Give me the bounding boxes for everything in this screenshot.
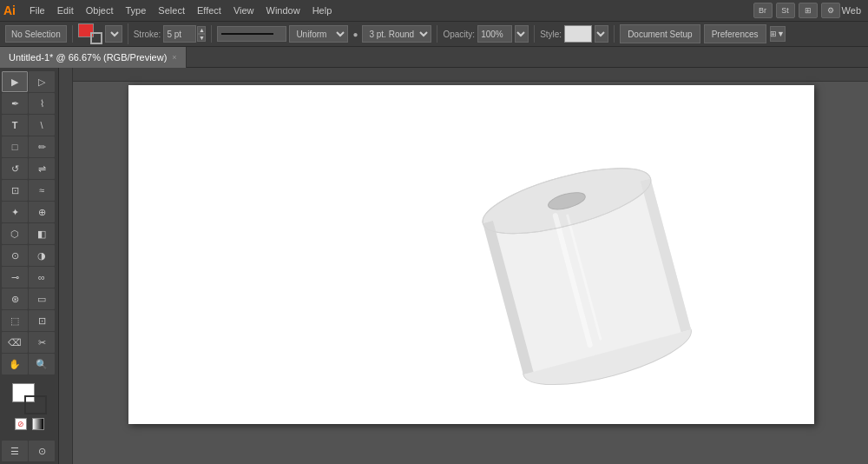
change-screen-btn[interactable]: ☰ [2,441,28,461]
menu-type[interactable]: Type [121,3,152,17]
stroke-profile-select[interactable]: Uniform [289,25,348,43]
stock-icon[interactable]: St [776,3,795,18]
menu-bar: Ai File Edit Object Type Select Effect V… [0,0,868,21]
tool-row-13: ⌫ ✂ [2,332,56,353]
perspective-grid-btn[interactable]: ◧ [29,223,55,244]
opacity-label: Opacity: [443,30,475,39]
main-area: ▶ ▷ ✒ ⌇ T \ □ ✏ ↺ ⇌ ⊡ ≈ ✦ ⊕ ⬡ ◧ [0,68,868,464]
eraser-btn[interactable]: ⌫ [2,332,28,353]
rotate-tool-btn[interactable]: ↺ [2,158,28,179]
style-preview[interactable] [564,25,592,43]
style-label: Style: [540,30,562,39]
tool-row-14: ✋ 🔍 [2,354,56,375]
stroke-spinners: ▲ ▼ [197,26,206,42]
preferences-button[interactable]: Preferences [704,24,766,43]
slice-btn[interactable]: ⊡ [29,310,55,331]
tool-row-6: ⊡ ≈ [2,180,56,201]
stroke-label: Stroke: [134,30,161,39]
tab-title: Untitled-1* @ 66.67% (RGB/Preview) [9,52,167,63]
opacity-input[interactable] [477,25,512,43]
stroke-weight-wrap: ▲ ▼ [163,25,206,43]
tab-close-button[interactable]: × [172,53,176,62]
tool-row-10: ⊸ ∞ [2,267,56,288]
selection-section: No Selection [5,25,73,43]
menu-file[interactable]: File [24,3,50,17]
menu-window[interactable]: Window [261,3,306,17]
fill-select[interactable]: ▼ [105,25,122,43]
document-tab[interactable]: Untitled-1* @ 66.67% (RGB/Preview) × [0,47,187,68]
blend-tool-btn[interactable]: ∞ [29,267,55,288]
web-label: Web [842,5,861,16]
fill-stroke-widget[interactable] [78,23,102,44]
search-btn[interactable]: ⊙ [29,441,55,461]
stroke-section: Stroke: ▲ ▼ [134,25,213,43]
mesh-tool-btn[interactable]: ⊙ [2,245,28,266]
document-setup-button[interactable]: Document Setup [620,24,700,43]
line-tool-btn[interactable]: \ [29,115,55,136]
shape-builder-btn[interactable]: ⊕ [29,202,55,222]
menu-effect[interactable]: Effect [192,3,227,17]
fill-stroke-boxes [12,383,47,414]
tool-row-1: ▶ ▷ [2,71,56,92]
direct-selection-tool-btn[interactable]: ▷ [29,71,55,92]
color-mode-row: ⊘ [15,418,44,430]
color-none-icon[interactable]: ⊘ [15,418,27,430]
scissors-btn[interactable]: ✂ [29,332,55,353]
selection-tool-btn[interactable]: ▶ [2,71,28,92]
grid-icon[interactable]: ⊞ [799,3,818,18]
warp-tool-btn[interactable]: ≈ [29,180,55,201]
tool-row-bottom: ☰ ⊙ [2,441,56,461]
zoom-tool-btn[interactable]: 🔍 [29,354,55,375]
style-select[interactable]: ▼ [595,25,608,43]
column-graph-btn[interactable]: ▭ [29,288,55,309]
tool-row-9: ⊙ ◑ [2,245,56,266]
artboard [128,85,814,424]
app-logo: Ai [3,3,16,17]
menu-help[interactable]: Help [307,3,338,17]
fill-stroke-section: ▼ [78,23,128,44]
stroke-up[interactable]: ▲ [197,26,206,34]
artboard-btn[interactable]: ⬚ [2,310,28,331]
menu-view[interactable]: View [228,3,260,17]
style-section: Style: ▼ [540,25,615,43]
bridge-icon[interactable]: Br [753,3,773,18]
tab-bar: Untitled-1* @ 66.67% (RGB/Preview) × [0,47,868,68]
scale-tool-btn[interactable]: ⊡ [2,180,28,201]
stroke-cap-select[interactable]: 3 pt. Round [362,25,431,43]
free-transform-btn[interactable]: ✦ [2,202,28,222]
pen-tool-btn[interactable]: ✒ [2,93,28,114]
stroke-line-preview [217,26,286,42]
gradient-tool-btn[interactable]: ◑ [29,245,55,266]
vertical-ruler [59,68,73,464]
canvas-area [59,68,868,464]
options-icon[interactable]: ⚙ [821,3,840,18]
symbol-btn[interactable]: ⊛ [2,288,28,309]
tool-row-5: ↺ ⇌ [2,158,56,179]
curvature-tool-btn[interactable]: ⌇ [29,93,55,114]
reflect-tool-btn[interactable]: ⇌ [29,158,55,179]
hand-tool-btn[interactable]: ✋ [2,354,28,375]
bridge-icons: Br St ⊞ ⚙ [753,3,840,18]
eyedropper-btn[interactable]: ⊸ [2,267,28,288]
opacity-mode-select[interactable]: ▼ [515,25,529,43]
type-tool-btn[interactable]: T [2,115,28,136]
horizontal-ruler [59,68,868,82]
illustration-canvas [128,85,814,424]
rectangle-tool-btn[interactable]: □ [2,136,28,157]
paintbrush-tool-btn[interactable]: ✏ [29,136,55,157]
opacity-section: Opacity: ▼ [443,25,535,43]
live-paint-btn[interactable]: ⬡ [2,223,28,244]
menu-edit[interactable]: Edit [52,3,79,17]
menu-select[interactable]: Select [153,3,190,17]
gradient-icon[interactable] [32,418,44,430]
stroke-down[interactable]: ▼ [197,34,206,42]
stroke-weight-input[interactable] [163,25,196,43]
tool-row-3: T \ [2,115,56,136]
tool-row-7: ✦ ⊕ [2,202,56,222]
color-section: ⊘ [2,380,56,434]
menu-object[interactable]: Object [81,3,119,17]
arrange-icon[interactable]: ⊞▼ [770,26,786,42]
dot-sep: ● [352,30,358,39]
stroke-color[interactable] [90,32,102,44]
stroke-box[interactable] [24,395,47,414]
